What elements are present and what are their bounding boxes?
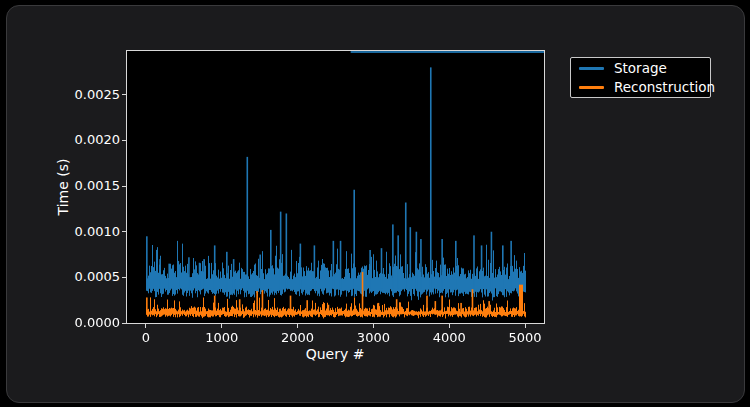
y-tick-label: 0.0005 — [36, 269, 120, 284]
x-tick-label: 5000 — [495, 330, 555, 345]
x-axis-label: Query # — [306, 346, 365, 362]
x-tick-label: 2000 — [268, 330, 328, 345]
y-tick-mark — [122, 186, 126, 187]
y-tick-mark — [122, 140, 126, 141]
plot-area — [126, 50, 545, 324]
y-tick-label: 0.0010 — [36, 224, 120, 239]
y-tick-label: 0.0015 — [36, 178, 120, 193]
screenshot-root: Time (s) Query # 0100020003000400050000.… — [0, 0, 750, 407]
y-tick-mark — [122, 277, 126, 278]
plot-canvas — [127, 51, 544, 323]
y-tick-label: 0.0025 — [36, 87, 120, 102]
legend-entry-label: Storage — [614, 60, 667, 76]
x-tick-mark — [145, 324, 146, 328]
legend-entry: Storage — [579, 60, 702, 76]
x-tick-label: 0 — [116, 330, 176, 345]
legend-line-sample — [579, 86, 604, 89]
x-tick-mark — [525, 324, 526, 328]
x-tick-mark — [449, 324, 450, 328]
legend-entry: Reconstruction — [579, 79, 702, 95]
legend: StorageReconstruction — [570, 57, 711, 98]
y-tick-mark — [122, 323, 126, 324]
y-tick-label: 0.0020 — [36, 132, 120, 147]
x-tick-label: 1000 — [192, 330, 252, 345]
x-tick-mark — [373, 324, 374, 328]
x-tick-label: 4000 — [419, 330, 479, 345]
x-tick-label: 3000 — [343, 330, 403, 345]
x-tick-mark — [297, 324, 298, 328]
y-tick-mark — [122, 231, 126, 232]
legend-line-sample — [579, 67, 604, 70]
x-tick-mark — [221, 324, 222, 328]
figure-window: Time (s) Query # 0100020003000400050000.… — [6, 5, 745, 403]
legend-entry-label: Reconstruction — [614, 79, 715, 95]
y-tick-label: 0.0000 — [36, 315, 120, 330]
y-tick-mark — [122, 94, 126, 95]
